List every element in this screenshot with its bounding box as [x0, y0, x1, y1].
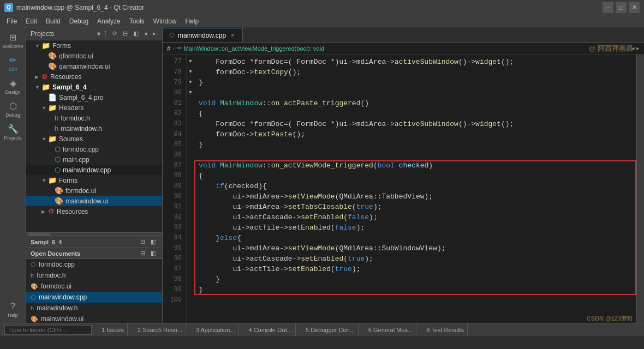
- bottom-tab-debugger[interactable]: 5 Debugger Con...: [302, 323, 359, 336]
- menu-item-tools[interactable]: Tools: [125, 16, 149, 26]
- ui-icon: 🎨: [55, 186, 63, 195]
- code-line-86: [199, 150, 632, 160]
- projects-icon: 🔧: [8, 124, 19, 134]
- bottom-tab-application[interactable]: 3 Application...: [193, 323, 239, 336]
- tree-item-forms-sub[interactable]: ▼ 📁 Forms: [26, 175, 162, 185]
- folder-icon: 📁: [48, 135, 57, 143]
- activity-projects[interactable]: 🔧 Projects: [2, 121, 24, 143]
- folder-icon: 📁: [41, 41, 50, 50]
- ui-icon: 🎨: [48, 52, 57, 60]
- activity-design[interactable]: ◈ Design: [2, 75, 24, 97]
- close-button[interactable]: ✕: [629, 2, 640, 13]
- open-doc-mainwindow-h[interactable]: h mainwindow.h: [26, 303, 162, 314]
- code-line-97: ui->actTile->setEnabled(true);: [199, 264, 632, 274]
- ui-file-icon: 🎨: [31, 283, 38, 290]
- activity-help-label: Help: [8, 312, 18, 318]
- help-icon: ?: [10, 302, 15, 311]
- title-bar: Q mainwindow.cpp @ Sampl_6_4 - Qt Creato…: [0, 0, 644, 15]
- tree-item-formdoc-h[interactable]: h formdoc.h: [26, 113, 162, 123]
- menu-item-edit[interactable]: Edit: [21, 16, 41, 26]
- window-title: mainwindow.cpp @ Sampl_6_4 - Qt Creator: [16, 4, 603, 11]
- open-documents-title: Sampl_6_4: [31, 239, 62, 245]
- activity-debug-label: Debug: [5, 112, 20, 118]
- tree-item-headers[interactable]: ▼ 📁 Headers: [26, 103, 162, 113]
- breadcrumb-func-label: MainWindow::on_actViewMode_triggered(boo…: [184, 45, 324, 52]
- bottom-tab-search[interactable]: 2 Search Resu...: [134, 323, 186, 336]
- open-doc-formdoc-h[interactable]: h formdoc.h: [26, 270, 162, 281]
- tree-item-sampl64-pro[interactable]: 📄 Sampl_6_4.pro: [26, 92, 162, 103]
- app-icon: Q: [4, 3, 13, 12]
- code-line-81: void MainWindow::on_actPaste_triggered(): [199, 98, 632, 109]
- open-docs-sub-actions: ⊟ ◧: [139, 249, 158, 257]
- activity-welcome-label: Welcome: [3, 44, 23, 49]
- sidebar-nav-next[interactable]: ▸: [151, 29, 158, 38]
- bottom-tab-test[interactable]: 8 Test Results: [423, 323, 468, 336]
- open-docs-sub-split[interactable]: ◧: [149, 249, 158, 257]
- tree-item-mainwindow-cpp[interactable]: ⬡ mainwindow.cpp: [26, 165, 162, 175]
- open-doc-formdoc-ui[interactable]: 🎨 formdoc.ui: [26, 281, 162, 292]
- open-docs-expand[interactable]: ⊟: [139, 238, 147, 246]
- tree-item-resources-sub[interactable]: ▶ ⚙ Resources: [26, 206, 162, 216]
- tree-item-sources[interactable]: ▼ 📁 Sources: [26, 134, 162, 144]
- tree-item-qwmainwindow-ui[interactable]: 🎨 qwmainwindow.ui: [26, 61, 162, 71]
- menu-item-build[interactable]: Build: [41, 16, 65, 26]
- code-line-96: ui->actCascade->setEnabled(true);: [199, 254, 632, 264]
- h-file-icon: h: [31, 272, 34, 279]
- tree-item-forms[interactable]: ▼ 📁 Forms: [26, 40, 162, 51]
- debug-icon: ⬡: [9, 101, 17, 111]
- open-doc-mainwindow-ui[interactable]: 🎨 mainwindow.ui: [26, 314, 162, 323]
- minimize-button[interactable]: ─: [603, 2, 613, 13]
- activity-edit-label: Edit: [9, 67, 17, 72]
- menu-item-file[interactable]: File: [2, 16, 21, 26]
- sidebar-collapse-btn[interactable]: ⊟: [121, 29, 129, 38]
- editor-scrollbar[interactable]: [636, 55, 644, 323]
- tree-item-mainwindow-ui[interactable]: 🎨 mainwindow.ui: [26, 196, 162, 206]
- code-line-89: if(checked){: [199, 181, 632, 191]
- sidebar-tree: ▼ 📁 Forms 🎨 qformdoc.ui 🎨 qwmainwindow.u…: [26, 40, 162, 232]
- bottom-tab-compile[interactable]: 4 Compile Out...: [245, 323, 295, 336]
- sidebar-expand-btn[interactable]: ◧: [132, 29, 140, 38]
- tree-item-formdoc-ui[interactable]: 🎨 formdoc.ui: [26, 185, 162, 196]
- open-documents-subtitle-bar: Open Documents ⊟ ◧: [26, 248, 162, 259]
- search-input[interactable]: [4, 325, 92, 335]
- activity-debug[interactable]: ⬡ Debug: [2, 98, 24, 120]
- editor-tab-mainwindow-cpp[interactable]: ⬡ mainwindow.cpp ✕: [163, 28, 243, 42]
- sidebar-filter-btn[interactable]: ▼ T: [94, 29, 109, 38]
- open-doc-formdoc-cpp[interactable]: ⬡ formdoc.cpp: [26, 259, 162, 270]
- activity-welcome[interactable]: ⊞ Welcome: [2, 29, 24, 51]
- menu-item-help[interactable]: Help: [181, 16, 204, 26]
- activity-projects-label: Projects: [4, 135, 22, 141]
- code-content[interactable]: FormDoc *formDoc=( FormDoc *)ui->mdiArea…: [194, 55, 636, 323]
- activity-edit[interactable]: ✏ Edit: [2, 52, 24, 74]
- tree-item-qformdoc-ui[interactable]: 🎨 qformdoc.ui: [26, 51, 162, 61]
- menu-item-analyze[interactable]: Analyze: [93, 16, 125, 26]
- open-docs-split[interactable]: ◧: [149, 238, 158, 246]
- code-line-82: {: [199, 109, 632, 119]
- tree-item-mainwindow-h[interactable]: h mainwindow.h: [26, 123, 162, 134]
- tree-item-main-cpp[interactable]: ⬡ main.cpp: [26, 154, 162, 165]
- bottom-tab-general[interactable]: 6 General Mes...: [365, 323, 416, 336]
- sidebar-nav-prev[interactable]: ◂: [142, 29, 149, 38]
- bottom-tab-issues[interactable]: 1 Issues: [98, 323, 128, 336]
- code-editor: 77 78 79 80 81 82 83 84 85 86 87 88 89 9…: [163, 55, 644, 323]
- resources-icon: ⚙: [41, 73, 48, 81]
- cpp-file-icon: ⬡: [31, 261, 36, 268]
- menu-item-debug[interactable]: Debug: [65, 16, 93, 26]
- maximize-button[interactable]: □: [616, 2, 627, 13]
- open-documents-list: ⬡ formdoc.cpp h formdoc.h 🎨 formdoc.ui ⬡…: [26, 259, 162, 323]
- breadcrumb-sep1: ›: [172, 45, 175, 52]
- tree-item-formdoc-cpp[interactable]: ⬡ formdoc.cpp: [26, 144, 162, 154]
- editor-tab-bar: ⬡ mainwindow.cpp ✕: [163, 27, 644, 43]
- window-controls[interactable]: ─ □ ✕: [603, 2, 640, 13]
- open-doc-mainwindow-cpp[interactable]: ⬡ mainwindow.cpp: [26, 292, 162, 303]
- sidebar-sync-btn[interactable]: ⟳: [111, 29, 119, 38]
- tree-item-sampl64[interactable]: ▼ 📁 Sampl_6_4: [26, 82, 162, 92]
- code-line-91: ui->mdiArea->setTabsClosable(true);: [199, 202, 632, 212]
- h-file-icon: h: [31, 305, 34, 311]
- menu-item-window[interactable]: Window: [149, 16, 181, 26]
- tree-item-resources-top[interactable]: ▶ ⚙ Resources: [26, 71, 162, 82]
- activity-help[interactable]: ? Help: [2, 299, 24, 321]
- code-line-84: formDoc->textPaste();: [199, 129, 632, 140]
- tab-close-btn[interactable]: ✕: [229, 32, 236, 39]
- open-docs-sub-btn[interactable]: ⊟: [139, 249, 147, 257]
